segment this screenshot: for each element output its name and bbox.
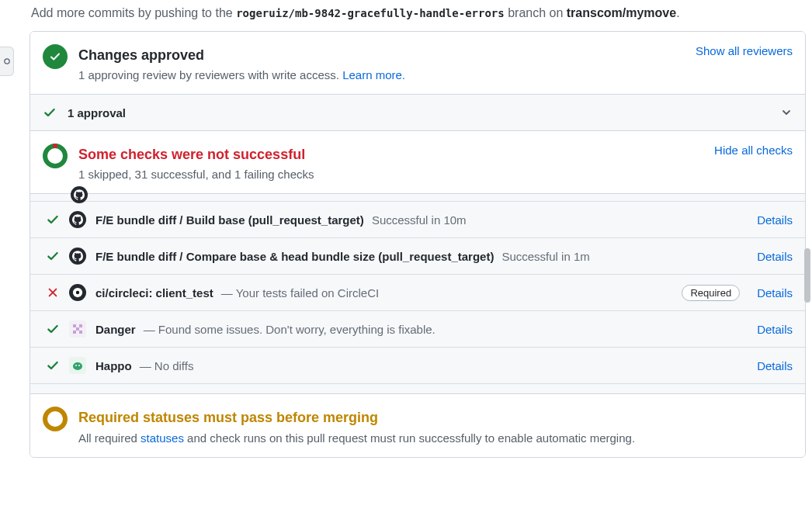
check-row: ci/circleci: client_test— Your tests fai…	[30, 275, 805, 311]
check-row: Happo— No diffsDetails	[30, 348, 805, 383]
checks-list: F/E bundle diff / Build base (pull_reque…	[30, 194, 805, 383]
required-sub-prefix: All required	[78, 431, 141, 445]
check-message: Your tests failed on CircleCI	[236, 286, 380, 300]
check-message: Successful in 10m	[372, 213, 467, 227]
push-hint: Add more commits by pushing to the roger…	[29, 6, 806, 31]
approval-label: 1 approval	[68, 106, 126, 119]
required-title: Required statuses must pass before mergi…	[78, 408, 793, 428]
check-icon	[49, 50, 61, 63]
checks-title: Some checks were not successful	[78, 145, 793, 164]
github-icon	[69, 211, 86, 228]
svg-rect-7	[79, 331, 82, 334]
check-icon	[43, 106, 57, 119]
check-message: Found some issues. Don't worry, everythi…	[158, 323, 435, 336]
approval-row[interactable]: 1 approval	[30, 95, 805, 131]
svg-rect-3	[73, 324, 76, 327]
reviews-title: Changes approved	[78, 46, 793, 65]
svg-rect-5	[76, 327, 79, 331]
svg-point-2	[76, 291, 79, 294]
app-avatar	[71, 186, 88, 203]
github-icon	[69, 248, 86, 265]
svg-point-0	[4, 59, 9, 64]
check-text: Happo— No diffs	[95, 359, 748, 372]
details-link[interactable]: Details	[757, 359, 793, 372]
push-hint-branch: rogeruiz/mb-9842-gracefully-handle-error…	[236, 7, 505, 19]
svg-point-8	[73, 362, 82, 370]
merge-box: Changes approved 1 approving review by r…	[29, 31, 806, 458]
chevron-down-icon	[780, 106, 793, 119]
dash: —	[140, 359, 154, 372]
details-link[interactable]: Details	[757, 213, 793, 227]
details-link[interactable]: Details	[757, 323, 793, 336]
scrollbar-thumb[interactable]	[804, 248, 810, 303]
svg-point-10	[78, 365, 80, 366]
check-icon	[46, 322, 60, 336]
dash: —	[144, 323, 158, 336]
svg-point-9	[75, 365, 77, 366]
required-status-icon	[43, 407, 68, 431]
check-row-partial	[30, 194, 805, 202]
push-hint-prefix: Add more commits by pushing to the	[31, 6, 236, 19]
check-name: ci/circleci: client_test	[95, 286, 213, 300]
check-row: Danger— Found some issues. Don't worry, …	[30, 311, 805, 348]
show-all-reviewers-link[interactable]: Show all reviewers	[696, 44, 793, 57]
required-subtitle: All required statuses and check runs on …	[78, 431, 793, 445]
push-hint-repo: transcom/mymove	[567, 6, 676, 19]
check-name: Happo	[95, 359, 132, 372]
required-sub-suffix: and check runs on this pull request must…	[184, 431, 635, 445]
details-link[interactable]: Details	[757, 250, 793, 263]
check-text: F/E bundle diff / Compare base & head bu…	[95, 250, 748, 263]
circle-icon	[3, 57, 11, 65]
check-icon	[46, 358, 60, 372]
check-name: F/E bundle diff / Compare base & head bu…	[95, 250, 494, 263]
check-message: No diffs	[154, 359, 194, 372]
check-row: F/E bundle diff / Compare base & head bu…	[30, 238, 805, 275]
left-stub-button[interactable]	[0, 47, 14, 76]
list-spacer	[30, 383, 805, 394]
happo-icon	[69, 357, 86, 374]
reviews-subtitle: 1 approving review by reviewers with wri…	[78, 68, 793, 81]
check-text: ci/circleci: client_test— Your tests fai…	[95, 286, 672, 300]
check-text: F/E bundle diff / Build base (pull_reque…	[95, 213, 748, 227]
hide-all-checks-link[interactable]: Hide all checks	[714, 144, 793, 157]
check-icon	[46, 213, 60, 227]
push-hint-mid: branch on	[505, 6, 567, 19]
required-section: Required statuses must pass before mergi…	[30, 394, 805, 456]
x-icon	[46, 286, 60, 300]
check-name: F/E bundle diff / Build base (pull_reque…	[95, 213, 364, 227]
details-link[interactable]: Details	[757, 286, 793, 300]
push-hint-suffix: .	[676, 6, 679, 19]
check-row: F/E bundle diff / Build base (pull_reque…	[30, 202, 805, 238]
dash: —	[221, 286, 236, 300]
checks-subtitle: 1 skipped, 31 successful, and 1 failing …	[78, 168, 793, 181]
svg-rect-4	[79, 324, 82, 327]
required-badge: Required	[682, 285, 740, 301]
svg-rect-6	[73, 331, 76, 334]
learn-more-link[interactable]: Learn more.	[342, 68, 405, 81]
reviews-section: Changes approved 1 approving review by r…	[30, 32, 805, 95]
check-message: Successful in 1m	[501, 250, 589, 263]
danger-icon	[69, 320, 86, 338]
check-name: Danger	[95, 323, 136, 336]
check-text: Danger— Found some issues. Don't worry, …	[95, 323, 748, 336]
check-icon	[46, 249, 60, 263]
checks-header-section: Some checks were not successful 1 skippe…	[30, 131, 805, 194]
statuses-link[interactable]: statuses	[141, 431, 184, 445]
approved-status-icon	[43, 44, 68, 69]
checks-status-icon	[43, 144, 68, 168]
reviews-subtitle-text: 1 approving review by reviewers with wri…	[78, 68, 342, 81]
circleci-icon	[69, 284, 86, 301]
